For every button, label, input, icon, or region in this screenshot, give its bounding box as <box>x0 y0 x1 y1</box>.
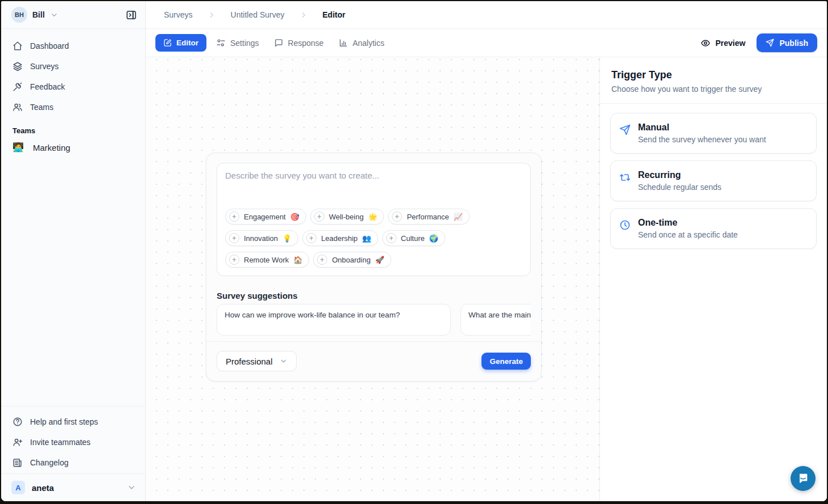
chip-emoji: 🎯 <box>290 213 299 221</box>
user-plus-icon <box>12 437 23 447</box>
option-title: Recurring <box>638 170 721 180</box>
suggestion-card[interactable]: What are the main ob <box>461 304 531 336</box>
sidebar-item-dashboard[interactable]: Dashboard <box>7 36 140 56</box>
app-window: BH Bill Dashboard <box>1 1 827 501</box>
account-menu[interactable]: A aneta <box>1 473 145 501</box>
chip-label: Remote Work <box>244 256 289 264</box>
suggestions-row: How can we improve work-life balance in … <box>217 304 531 336</box>
panel-right-icon <box>125 9 137 21</box>
trigger-option-one-time[interactable]: One-time Send once at a specific date <box>610 208 817 249</box>
panel-title: Trigger Type <box>611 69 816 81</box>
chip-label: Onboarding <box>332 256 370 264</box>
sidebar-item-surveys[interactable]: Surveys <box>7 57 140 76</box>
topic-chips: Engagement 🎯 Well-being 🌟 Performance <box>225 209 522 268</box>
plus-icon <box>386 233 396 243</box>
plus-icon <box>314 211 324 222</box>
send-icon <box>766 39 774 47</box>
sidebar-nav: Dashboard Surveys Feedback Teams <box>1 29 145 117</box>
topic-chip-remote-work[interactable]: Remote Work 🏠 <box>225 252 309 268</box>
users-icon <box>12 102 23 112</box>
sidebar-item-teams[interactable]: Teams <box>7 98 140 117</box>
publish-button[interactable]: Publish <box>757 33 817 52</box>
breadcrumb: Surveys Untitled Survey Editor <box>146 1 827 29</box>
preview-button[interactable]: Preview <box>694 34 753 52</box>
sidebar-footer-nav: Help and first steps Invite teammates Ch… <box>1 406 145 473</box>
chevron-right-icon <box>299 11 308 19</box>
newspaper-icon <box>12 458 23 468</box>
sidebar-item-marketing[interactable]: 🧑‍💻 Marketing <box>7 137 140 158</box>
sidebar-item-label: Feedback <box>30 82 65 91</box>
breadcrumb-editor: Editor <box>323 10 345 19</box>
sidebar-item-help[interactable]: Help and first steps <box>7 412 140 431</box>
layers-icon <box>12 61 23 71</box>
tab-response[interactable]: Response <box>269 34 329 52</box>
tab-analytics[interactable]: Analytics <box>333 34 390 52</box>
panel-subtitle: Choose how you want to trigger the surve… <box>611 84 816 94</box>
tab-editor[interactable]: Editor <box>155 34 206 52</box>
plus-icon <box>229 233 239 243</box>
option-description: Send the survey whenever you want <box>638 135 766 144</box>
topic-chip-performance[interactable]: Performance 📈 <box>388 209 470 225</box>
topic-chip-innovation[interactable]: Innovation 💡 <box>225 230 298 246</box>
main-area: Surveys Untitled Survey Editor Editor <box>146 1 827 501</box>
chip-emoji: 📈 <box>454 213 463 221</box>
bar-chart-icon <box>339 38 348 48</box>
suggestion-card[interactable]: How can we improve work-life balance in … <box>217 304 451 336</box>
option-title: One-time <box>638 218 738 228</box>
team-label: Marketing <box>33 143 70 153</box>
sidebar-item-label: Invite teammates <box>30 438 91 447</box>
sidebar-item-feedback[interactable]: Feedback <box>7 77 140 96</box>
chevron-down-icon[interactable] <box>50 11 58 19</box>
chip-emoji: 🏠 <box>293 256 302 264</box>
tab-settings[interactable]: Settings <box>211 34 264 52</box>
home-icon <box>12 41 23 51</box>
breadcrumb-surveys[interactable]: Surveys <box>164 10 193 19</box>
sidebar-item-label: Surveys <box>30 62 59 71</box>
generate-button[interactable]: Generate <box>481 353 531 370</box>
chip-emoji: 👥 <box>362 235 371 242</box>
plug-icon <box>12 82 23 92</box>
clock-icon <box>619 219 631 231</box>
preview-label: Preview <box>716 39 746 48</box>
sidebar-collapse-button[interactable] <box>124 8 138 22</box>
sidebar-item-label: Help and first steps <box>30 417 98 426</box>
workspace-name[interactable]: Bill <box>32 10 45 19</box>
survey-composer-card: Engagement 🎯 Well-being 🌟 Performance <box>206 153 542 382</box>
trigger-option-recurring[interactable]: Recurring Schedule regular sends <box>610 160 817 201</box>
chip-label: Engagement <box>244 213 286 221</box>
send-icon <box>619 124 631 135</box>
team-emoji-icon: 🧑‍💻 <box>12 143 24 152</box>
topic-chip-onboarding[interactable]: Onboarding 🚀 <box>313 252 391 268</box>
chat-bubble-icon <box>274 38 284 48</box>
sidebar-item-label: Teams <box>30 103 53 112</box>
topic-chip-well-being[interactable]: Well-being 🌟 <box>310 209 384 225</box>
tone-select[interactable]: Professional <box>217 351 297 371</box>
chip-emoji: 🌍 <box>429 235 438 242</box>
suggestions-title: Survey suggestions <box>217 291 531 300</box>
sidebar-item-invite[interactable]: Invite teammates <box>7 433 140 452</box>
chat-launcher-button[interactable] <box>791 466 816 491</box>
sliders-icon <box>216 38 226 48</box>
chip-label: Well-being <box>329 213 364 221</box>
breadcrumb-untitled-survey[interactable]: Untitled Survey <box>231 10 285 19</box>
tab-label: Analytics <box>353 39 385 48</box>
trigger-options: Manual Send the survey whenever you want… <box>600 104 827 258</box>
pencil-square-icon <box>163 39 172 47</box>
topic-chip-culture[interactable]: Culture 🌍 <box>382 230 445 246</box>
sidebar-item-changelog[interactable]: Changelog <box>7 453 140 472</box>
topic-chip-engagement[interactable]: Engagement 🎯 <box>225 209 306 225</box>
eye-icon <box>700 38 711 48</box>
composer-footer: Professional Generate <box>206 341 541 374</box>
trigger-option-manual[interactable]: Manual Send the survey whenever you want <box>610 113 817 154</box>
option-description: Send once at a specific date <box>638 230 738 239</box>
plus-icon <box>392 211 402 222</box>
editor-canvas[interactable]: Engagement 🎯 Well-being 🌟 Performance <box>146 57 599 501</box>
chip-label: Leadership <box>321 234 357 243</box>
option-title: Manual <box>638 122 766 133</box>
workspace-avatar[interactable]: BH <box>11 7 27 23</box>
plus-icon <box>229 211 239 222</box>
topic-chip-leadership[interactable]: Leadership 👥 <box>302 230 378 246</box>
plus-icon <box>306 233 316 243</box>
survey-description-input[interactable] <box>225 171 522 204</box>
publish-label: Publish <box>779 39 808 48</box>
